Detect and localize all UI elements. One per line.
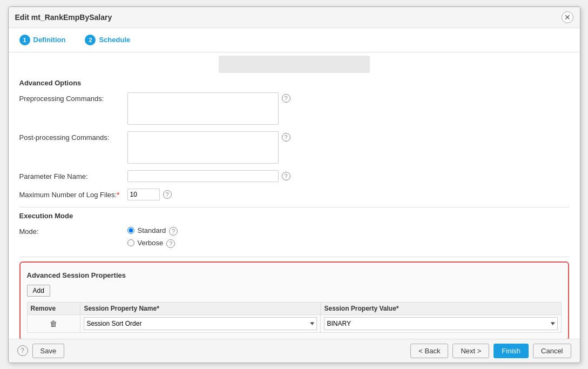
- max-log-label: Maximum Number of Log Files:*: [19, 189, 127, 199]
- max-log-help-icon[interactable]: ?: [163, 190, 172, 199]
- property-value-col-header: Session Property Value*: [321, 302, 561, 314]
- tab-schedule[interactable]: 2 Schedule: [80, 32, 134, 48]
- mode-label: Mode:: [19, 225, 127, 236]
- next-button[interactable]: Next >: [452, 344, 489, 358]
- footer-right: < Back Next > Finish Cancel: [410, 344, 571, 358]
- tab-definition-number: 1: [19, 35, 30, 45]
- session-row-name-cell: Session Sort Order ▼: [80, 314, 321, 332]
- verbose-radio[interactable]: [127, 239, 134, 246]
- parameter-file-label: Parameter File Name:: [19, 170, 127, 180]
- parameter-file-control: ?: [127, 170, 290, 182]
- session-table: Remove Session Property Name* Session Pr…: [27, 302, 562, 333]
- postprocessing-help-icon[interactable]: ?: [282, 133, 290, 142]
- preprocessing-control: ?: [127, 92, 290, 125]
- session-table-row: 🗑 Session Sort Order ▼: [27, 314, 561, 332]
- max-log-control: 10 ?: [127, 189, 172, 200]
- top-bar-inner-element: [219, 56, 370, 73]
- session-property-name-select[interactable]: Session Sort Order: [84, 317, 317, 330]
- divider-2: [19, 257, 569, 257]
- save-button[interactable]: Save: [32, 344, 65, 358]
- dialog-footer: ? Save < Back Next > Finish Cancel: [9, 339, 580, 363]
- preprocessing-help-icon[interactable]: ?: [282, 94, 290, 103]
- footer-help-icon[interactable]: ?: [17, 345, 28, 356]
- verbose-help-icon[interactable]: ?: [166, 239, 175, 248]
- mode-options: Standard ? Verbose ?: [127, 225, 178, 250]
- advanced-options-title: Advanced Options: [19, 79, 569, 87]
- postprocessing-control: ?: [127, 131, 290, 164]
- remove-col-header: Remove: [27, 302, 80, 314]
- advanced-options-section: Advanced Options Preprocessing Commands:…: [19, 79, 569, 200]
- advanced-session-title: Advanced Session Properties: [27, 271, 562, 279]
- property-name-col-header: Session Property Name*: [80, 302, 321, 314]
- top-bar-placeholder: [19, 52, 569, 77]
- dialog-title: Edit mt_RankEmpBySalary: [15, 13, 112, 22]
- parameter-file-row: Parameter File Name: ?: [19, 170, 569, 182]
- mode-row: Mode: Standard ? Verbose ?: [19, 225, 569, 250]
- postprocessing-row: Post-processing Commands: ?: [19, 131, 569, 164]
- standard-label: Standard: [138, 226, 166, 234]
- postprocessing-label: Post-processing Commands:: [19, 131, 127, 142]
- standard-help-icon[interactable]: ?: [169, 227, 178, 236]
- parameter-file-help-icon[interactable]: ?: [282, 172, 290, 180]
- standard-row: Standard ?: [127, 225, 178, 236]
- divider-1: [19, 207, 569, 207]
- standard-radio[interactable]: [127, 227, 134, 234]
- max-log-input[interactable]: 10: [127, 189, 160, 200]
- add-session-button[interactable]: Add: [27, 285, 50, 297]
- tabs-bar: 1 Definition 2 Schedule: [9, 28, 580, 52]
- dialog-header: Edit mt_RankEmpBySalary ✕: [9, 7, 580, 28]
- session-row-value-cell: BINARY ▼: [321, 314, 561, 332]
- preprocessing-row: Preprocessing Commands: ?: [19, 92, 569, 125]
- verbose-label: Verbose: [138, 239, 164, 247]
- cancel-button[interactable]: Cancel: [533, 344, 571, 358]
- execution-mode-title: Execution Mode: [19, 212, 569, 220]
- session-row-remove: 🗑: [27, 314, 80, 332]
- session-value-wrapper: BINARY ▼: [324, 317, 557, 330]
- session-property-value-select[interactable]: BINARY: [324, 317, 557, 330]
- tab-definition-label: Definition: [33, 36, 66, 44]
- finish-button[interactable]: Finish: [494, 344, 529, 358]
- tab-schedule-label: Schedule: [99, 36, 130, 44]
- close-button[interactable]: ✕: [562, 11, 573, 23]
- postprocessing-input[interactable]: [127, 131, 279, 164]
- verbose-row: Verbose ?: [127, 238, 178, 248]
- parameter-file-input[interactable]: [127, 170, 279, 182]
- back-button[interactable]: < Back: [410, 344, 448, 358]
- advanced-session-box: Advanced Session Properties Add Remove S…: [19, 261, 569, 339]
- preprocessing-input[interactable]: [127, 92, 279, 125]
- preprocessing-label: Preprocessing Commands:: [19, 92, 127, 103]
- tab-definition[interactable]: 1 Definition: [15, 32, 70, 48]
- edit-dialog: Edit mt_RankEmpBySalary ✕ 1 Definition 2…: [8, 6, 580, 363]
- footer-left: ? Save: [17, 344, 65, 358]
- tab-schedule-number: 2: [85, 35, 96, 45]
- max-log-row: Maximum Number of Log Files:* 10 ?: [19, 189, 569, 200]
- execution-mode-section: Execution Mode Mode: Standard ? Verbose …: [19, 212, 569, 250]
- session-name-wrapper: Session Sort Order ▼: [84, 317, 317, 330]
- trash-icon[interactable]: 🗑: [31, 319, 77, 328]
- dialog-body: Advanced Options Preprocessing Commands:…: [9, 52, 580, 339]
